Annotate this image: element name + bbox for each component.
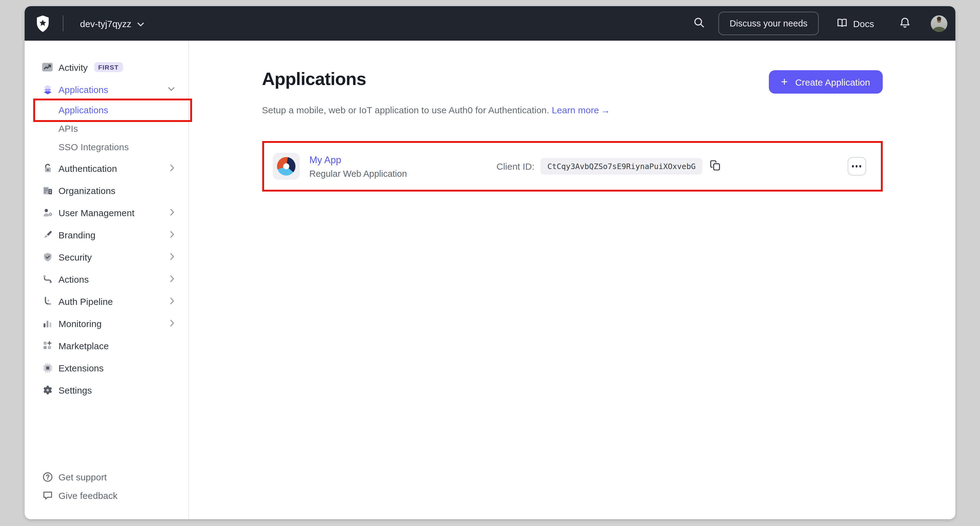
docs-label: Docs [853, 18, 874, 29]
user-gear-icon [40, 207, 55, 218]
topbar: dev-tyj7qyzz Discuss your needs Doc [25, 6, 955, 41]
sidebar-item-label: Security [59, 252, 92, 262]
user-avatar[interactable] [931, 15, 947, 32]
chevron-down-icon [168, 87, 175, 92]
sidebar-item-label: Actions [59, 274, 89, 284]
sidebar-subitem-sso-integrations[interactable]: SSO Integrations [25, 137, 188, 156]
notifications-button[interactable] [899, 17, 910, 30]
tenant-switcher[interactable]: dev-tyj7qyzz [80, 18, 144, 29]
chevron-right-icon [170, 164, 175, 172]
building-icon [40, 185, 55, 196]
chevron-right-icon [170, 231, 175, 238]
sidebar-item-marketplace[interactable]: Marketplace [25, 335, 188, 357]
sidebar-item-activity[interactable]: Activity FIRST [25, 56, 188, 78]
give-feedback-link[interactable]: Give feedback [25, 486, 188, 504]
sidebar-item-label: Authentication [59, 163, 117, 174]
chevron-down-icon [138, 18, 144, 29]
applications-layers-icon [40, 84, 55, 94]
sidebar-item-label: Monitoring [59, 318, 102, 328]
page-subtitle: Setup a mobile, web or IoT application t… [262, 105, 610, 115]
get-support-label: Get support [59, 472, 107, 482]
sidebar-item-branding[interactable]: Branding [25, 223, 188, 246]
actions-flow-icon [40, 274, 55, 284]
chevron-right-icon [170, 253, 175, 261]
help-circle-icon [40, 472, 55, 482]
sidebar-footer: Get support Give feedback [25, 467, 188, 504]
discuss-your-needs-button[interactable]: Discuss your needs [719, 12, 819, 35]
screenshot-stage: dev-tyj7qyzz Discuss your needs Doc [0, 0, 980, 526]
auth0-logo[interactable] [36, 15, 50, 32]
sidebar-item-label: Auth Pipeline [59, 296, 113, 306]
sidebar-item-label: Extensions [59, 362, 104, 373]
sidebar-item-monitoring[interactable]: Monitoring [25, 312, 188, 335]
page-title: Applications [262, 69, 610, 89]
main-content: Applications Setup a mobile, web or IoT … [189, 41, 955, 519]
grid-plus-icon [40, 340, 55, 351]
applications-subgroup: Applications APIs SSO Integrations [25, 100, 188, 156]
sidebar-item-label: Activity [59, 62, 88, 72]
activity-icon [40, 62, 55, 72]
give-feedback-label: Give feedback [59, 490, 118, 500]
gear-icon [40, 385, 55, 395]
sidebar-subitem-applications[interactable]: Applications [25, 100, 188, 119]
application-row[interactable]: My App Regular Web Application Client ID… [264, 143, 881, 190]
auth0-dashboard-window: dev-tyj7qyzz Discuss your needs Doc [25, 6, 955, 519]
copy-client-id-button[interactable] [710, 160, 721, 173]
sidebar-item-settings[interactable]: Settings [25, 379, 188, 401]
topbar-divider [63, 15, 64, 32]
sidebar-subitem-apis[interactable]: APIs [25, 119, 188, 137]
sidebar-item-auth-pipeline[interactable]: Auth Pipeline [25, 290, 188, 312]
application-logo [272, 153, 299, 180]
copy-icon [710, 160, 721, 173]
chevron-right-icon [170, 275, 175, 283]
client-id-group: Client ID: CtCqy3AvbQZSo7sE9RiynaPuiXOxv… [496, 158, 721, 175]
sidebar-item-label: Applications [59, 84, 108, 94]
topbar-actions: Discuss your needs Docs [694, 12, 947, 35]
tenant-name: dev-tyj7qyzz [80, 18, 131, 29]
sidebar-item-security[interactable]: Security [25, 246, 188, 268]
chevron-right-icon [170, 209, 175, 216]
sidebar-item-authentication[interactable]: Authentication [25, 157, 188, 179]
first-badge: FIRST [94, 62, 123, 72]
application-type: Regular Web Application [309, 169, 407, 178]
sidebar-item-applications[interactable]: Applications [25, 78, 188, 100]
application-name-link[interactable]: My App [309, 154, 407, 166]
subtitle-text: Setup a mobile, web or IoT application t… [262, 105, 549, 115]
search-button[interactable] [694, 17, 705, 30]
sidebar: Activity FIRST Applications Applications… [25, 41, 189, 519]
body: Activity FIRST Applications Applications… [25, 41, 955, 519]
annotation-highlight-application-row: My App Regular Web Application Client ID… [262, 141, 883, 191]
page-header-text: Applications Setup a mobile, web or IoT … [262, 69, 610, 115]
learn-more-link[interactable]: Learn more→ [552, 105, 610, 115]
paintbrush-icon [40, 230, 55, 240]
more-dots-icon [852, 166, 854, 167]
sidebar-item-extensions[interactable]: Extensions [25, 357, 188, 379]
lock-icon [40, 163, 55, 174]
page-header: Applications Setup a mobile, web or IoT … [262, 69, 883, 115]
pipeline-icon [40, 296, 55, 306]
application-titles: My App Regular Web Application [309, 154, 407, 178]
sidebar-item-user-management[interactable]: User Management [25, 201, 188, 223]
docs-link[interactable]: Docs [837, 18, 874, 29]
application-more-menu-button[interactable] [847, 157, 866, 175]
create-application-button[interactable]: + Create Application [768, 70, 883, 94]
sidebar-item-label: Settings [59, 385, 92, 395]
get-support-link[interactable]: Get support [25, 467, 188, 486]
search-icon [694, 17, 705, 30]
shield-check-icon [40, 252, 55, 262]
sidebar-item-label: Marketplace [59, 340, 109, 351]
create-application-label: Create Application [795, 77, 870, 87]
speech-bubble-icon [40, 490, 55, 500]
bar-chart-icon [40, 318, 55, 328]
sidebar-item-label: Branding [59, 230, 95, 240]
sidebar-item-label: Organizations [59, 185, 115, 196]
chevron-right-icon [170, 320, 175, 327]
chip-icon [40, 362, 55, 373]
sidebar-item-actions[interactable]: Actions [25, 268, 188, 290]
app-logo-donut-icon [277, 157, 295, 175]
plus-icon: + [781, 75, 788, 87]
client-id-label: Client ID: [496, 161, 535, 172]
sidebar-item-organizations[interactable]: Organizations [25, 179, 188, 201]
book-icon [837, 18, 848, 29]
chevron-right-icon [170, 298, 175, 305]
